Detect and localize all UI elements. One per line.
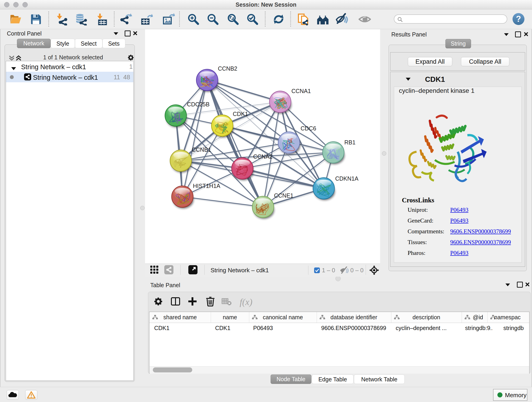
svg-text:CCNB2: CCNB2	[218, 65, 237, 72]
svg-text:RB1: RB1	[344, 139, 355, 146]
svg-text:HIST1H1A: HIST1H1A	[193, 183, 220, 189]
svg-text:CDC25B: CDC25B	[187, 101, 210, 108]
svg-text:CDC6: CDC6	[301, 125, 316, 132]
svg-text:CCNA2: CCNA2	[253, 153, 273, 160]
svg-text:CCNE1: CCNE1	[274, 192, 293, 199]
svg-text:CCNA1: CCNA1	[291, 88, 311, 94]
svg-text:CCNB1: CCNB1	[192, 147, 211, 153]
svg-text:CDKN1A: CDKN1A	[335, 175, 359, 182]
svg-text:CDK1: CDK1	[233, 111, 248, 117]
